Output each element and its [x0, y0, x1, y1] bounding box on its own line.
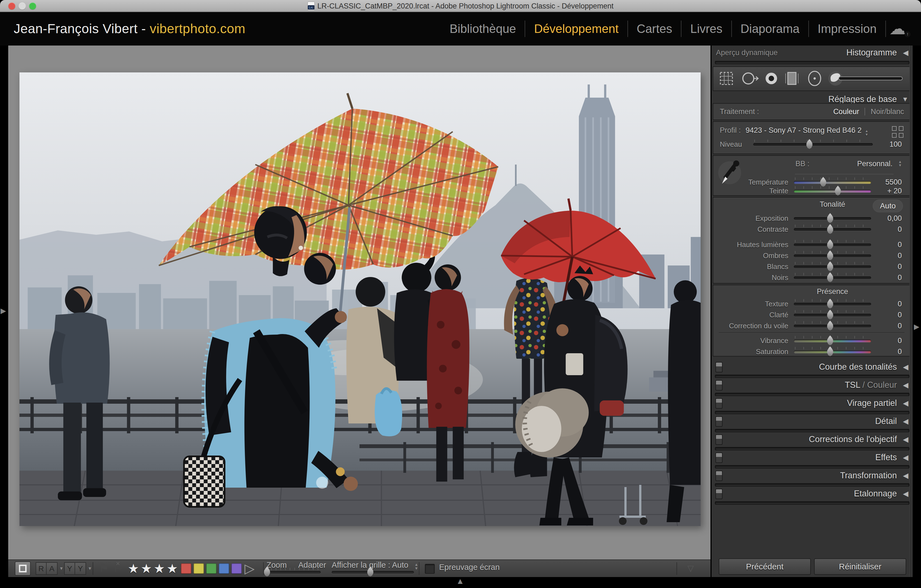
module-bibliotheque[interactable]: Bibliothèque: [441, 21, 525, 37]
collapse-icon[interactable]: ◀: [903, 378, 908, 392]
contrast-value[interactable]: 0: [869, 224, 902, 235]
dehaze-value[interactable]: 0: [869, 320, 902, 331]
color-label-purple[interactable]: [231, 563, 242, 574]
temp-slider[interactable]: [794, 181, 871, 184]
identity-site[interactable]: vibertphoto.com: [150, 21, 245, 36]
slideshow-play-button[interactable]: ▷: [244, 560, 255, 576]
shadows-value[interactable]: 0: [869, 250, 902, 261]
reset-button[interactable]: Réinitialiser: [814, 559, 906, 575]
panel-tone-curve[interactable]: Courbe des tonalités ◀: [711, 360, 913, 374]
saturation-slider[interactable]: [794, 350, 871, 353]
treatment-bw-option[interactable]: Noir/blanc: [871, 108, 904, 116]
soft-proof-checkbox[interactable]: [425, 564, 435, 574]
profile-value[interactable]: 9423 - Sony A7 - Strong Red B46 2▲▼: [745, 126, 868, 137]
blacks-slider[interactable]: [794, 277, 871, 279]
panel-effects[interactable]: Effets ◀: [711, 450, 913, 464]
collapse-icon[interactable]: ◀: [903, 468, 908, 483]
profile-amount-value[interactable]: 100: [869, 139, 902, 150]
shadows-slider[interactable]: [794, 254, 871, 257]
collapse-icon[interactable]: ◀: [903, 487, 908, 501]
panel-toggle-switch[interactable]: [715, 380, 722, 391]
zoom-slider[interactable]: [265, 571, 321, 574]
panel-toggle-switch[interactable]: [715, 398, 722, 409]
toolbar-options-menu[interactable]: ▽: [687, 563, 694, 573]
panel-split-toning[interactable]: Virage partiel ◀: [711, 396, 913, 410]
sync-status-button[interactable]: ☁ !: [889, 17, 911, 41]
panel-toggle-switch[interactable]: [715, 362, 722, 373]
panel-toggle-switch[interactable]: [715, 416, 722, 427]
wb-value[interactable]: Personnal.: [857, 160, 892, 168]
profile-amount-slider[interactable]: [753, 143, 873, 146]
vibrance-value[interactable]: 0: [869, 335, 902, 346]
reference-view-button[interactable]: R A ▼: [36, 562, 63, 575]
loupe-view-button[interactable]: [15, 561, 31, 576]
stars-filled[interactable]: ★★★★: [128, 561, 179, 576]
module-diaporama[interactable]: Diaporama: [732, 21, 809, 37]
whites-value[interactable]: 0: [869, 261, 902, 272]
smart-preview-status[interactable]: Aperçu dynamique: [716, 46, 778, 59]
tint-value[interactable]: + 20: [869, 186, 902, 196]
histogram-panel-title[interactable]: Histogramme: [846, 46, 897, 59]
tint-slider[interactable]: [794, 190, 871, 192]
highlights-value[interactable]: 0: [869, 239, 902, 250]
reference-view-a-cell: A: [47, 562, 57, 575]
pick-flag-button[interactable]: ⚑: [99, 561, 113, 574]
photo-canvas[interactable]: [20, 72, 701, 526]
collapse-icon[interactable]: ◀: [903, 360, 908, 374]
texture-slider[interactable]: [794, 303, 871, 306]
color-label-yellow[interactable]: [194, 563, 204, 574]
exposure-value[interactable]: 0,00: [869, 213, 902, 224]
clarity-slider[interactable]: [794, 314, 871, 316]
panel-toggle-switch[interactable]: [715, 453, 722, 463]
previous-button[interactable]: Précédent: [719, 559, 811, 575]
right-panel-collapse-arrow[interactable]: ▶: [914, 323, 919, 331]
panel-toggle-switch[interactable]: [715, 435, 722, 445]
tone-auto-button[interactable]: Auto: [873, 200, 903, 212]
left-panel-reveal-arrow[interactable]: ▶: [0, 306, 6, 315]
collapse-icon[interactable]: ◀: [903, 450, 908, 464]
histogram-collapse-icon[interactable]: ◀: [903, 46, 908, 59]
color-label-red[interactable]: [181, 563, 191, 574]
panel-calibration[interactable]: Etalonnage ◀: [711, 487, 913, 501]
panel-toggle-switch[interactable]: [715, 471, 722, 481]
profile-browser-icon[interactable]: [892, 126, 904, 138]
vibrance-slider[interactable]: [794, 340, 871, 342]
whites-slider[interactable]: [794, 265, 871, 268]
texture-value[interactable]: 0: [869, 298, 902, 309]
exposure-thumb[interactable]: [827, 213, 834, 223]
reference-view-dropdown-icon[interactable]: ▼: [59, 566, 63, 571]
module-impression[interactable]: Impression: [809, 21, 886, 37]
module-cartes[interactable]: Cartes: [628, 21, 682, 37]
panel-hsl-color[interactable]: TSL / Couleur ◀: [711, 378, 913, 392]
collapse-icon[interactable]: ◀: [903, 396, 908, 410]
soft-proof-label[interactable]: Epreuvage écran: [439, 563, 500, 572]
module-developpement[interactable]: Développement: [525, 21, 628, 37]
filmstrip-reveal-arrow[interactable]: ▲: [456, 577, 464, 586]
highlights-label: Hautes lumières: [713, 239, 788, 250]
blacks-value[interactable]: 0: [869, 272, 902, 283]
before-after-view-button[interactable]: Y Y ▼: [64, 562, 92, 575]
panel-toggle-switch[interactable]: [715, 489, 722, 499]
before-after-dropdown-icon[interactable]: ▼: [88, 566, 92, 571]
panel-detail[interactable]: Détail ◀: [711, 414, 913, 428]
module-livres[interactable]: Livres: [682, 21, 732, 37]
clarity-value[interactable]: 0: [869, 309, 902, 320]
grid-mode-stepper[interactable]: ▲▼: [415, 563, 418, 570]
panel-lens-corrections[interactable]: Corrections de l'objectif ◀: [711, 432, 913, 446]
collapse-icon[interactable]: ◀: [903, 414, 908, 428]
grid-size-slider[interactable]: [332, 571, 414, 574]
color-label-blue[interactable]: [219, 563, 229, 574]
exposure-slider[interactable]: [794, 217, 871, 220]
collapse-icon[interactable]: ◀: [903, 432, 908, 446]
tool-strip: [713, 66, 911, 91]
contrast-slider[interactable]: [794, 228, 871, 231]
treatment-color-option[interactable]: Couleur: [833, 108, 859, 116]
panel-transform[interactable]: Transformation ◀: [711, 468, 913, 483]
dehaze-slider[interactable]: [794, 325, 871, 327]
color-label-green[interactable]: [206, 563, 216, 574]
wb-stepper[interactable]: ▲▼: [898, 160, 902, 167]
saturation-value[interactable]: 0: [869, 346, 902, 357]
highlights-slider[interactable]: [794, 244, 871, 246]
reject-flag-button[interactable]: ⚐✕: [113, 561, 127, 574]
grid-mode-value[interactable]: Auto: [392, 560, 408, 570]
